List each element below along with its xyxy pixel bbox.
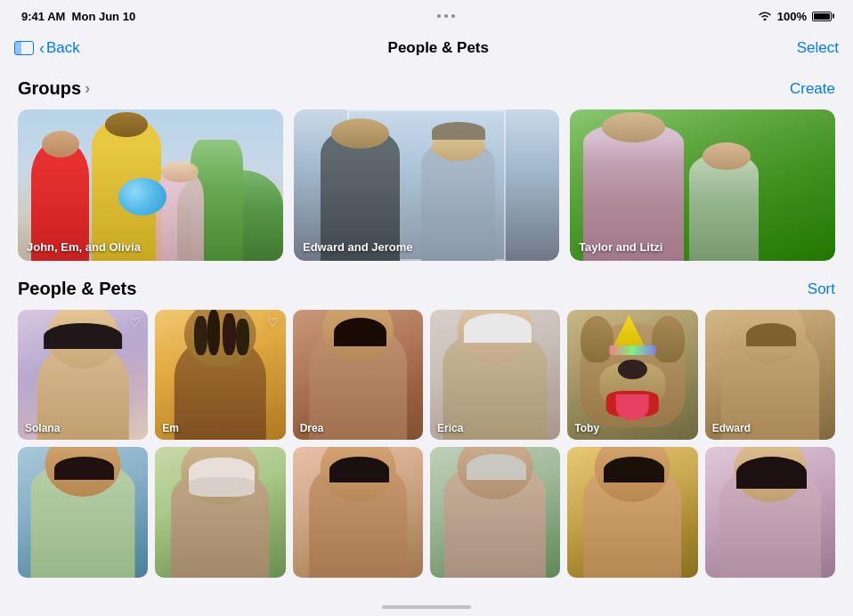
sidebar-toggle-icon[interactable] [14, 41, 34, 55]
groups-row: John, Em, and Olivia [18, 109, 835, 261]
group-label-2: Edward and Jerome [303, 240, 413, 254]
nav-left: ‹ Back [14, 39, 80, 57]
group-card-3[interactable]: Taylor and Litzi [570, 109, 835, 261]
person-card-8[interactable] [155, 447, 285, 577]
heart-icon-em: ♡ [267, 315, 279, 329]
back-button[interactable]: ‹ Back [39, 39, 80, 57]
person-label-solana: Solana [25, 422, 60, 434]
page-title: People & Pets [388, 39, 489, 57]
heart-icon-solana: ♡ [129, 315, 141, 329]
person-card-erica[interactable]: Erica [430, 310, 560, 440]
sort-button[interactable]: Sort [808, 280, 835, 298]
battery-percentage: 100% [777, 10, 807, 23]
person-label-drea: Drea [300, 422, 324, 434]
group-card-2[interactable]: Edward and Jerome [294, 109, 559, 261]
person-card-10[interactable] [430, 447, 560, 577]
person-label-erica: Erica [437, 422, 463, 434]
hair-strand-2 [207, 310, 221, 355]
select-button[interactable]: Select [797, 39, 839, 57]
status-right: 100% [758, 10, 832, 23]
hair-strand-4 [236, 319, 249, 355]
status-bar: 9:41 AM Mon Jun 10 100% [0, 0, 853, 28]
person-label-toby: Toby [574, 422, 599, 434]
people-pets-section-header: People & Pets Sort [18, 279, 835, 299]
device-frame: 9:41 AM Mon Jun 10 100% [0, 0, 853, 616]
group-label-3: Taylor and Litzi [579, 240, 662, 254]
person-label-edward: Edward [712, 422, 751, 434]
nav-bar: ‹ Back People & Pets Select [0, 28, 853, 71]
battery-icon [812, 12, 832, 21]
back-chevron-icon: ‹ [39, 40, 45, 56]
scroll-indicator [382, 605, 471, 609]
hair-strand-3 [223, 313, 236, 355]
status-time: 9:41 AM Mon Jun 10 [21, 10, 135, 23]
groups-chevron-icon: › [85, 79, 90, 98]
person-card-em[interactable]: ♡ Em [155, 310, 285, 440]
hair-strand-1 [194, 316, 207, 355]
person-card-11[interactable] [567, 447, 697, 577]
group-label-1: John, Em, and Olivia [27, 240, 141, 254]
people-grid: ♡ Solana ♡ Em Dr [18, 310, 835, 578]
wifi-icon [758, 10, 772, 23]
groups-title[interactable]: Groups › [18, 78, 90, 99]
person-card-edward[interactable]: Edward [705, 310, 835, 440]
people-pets-title: People & Pets [18, 279, 136, 299]
content-area: Groups › Create [0, 71, 853, 614]
create-button[interactable]: Create [790, 80, 835, 98]
groups-section-header: Groups › Create [18, 78, 835, 99]
group-card-1[interactable]: John, Em, and Olivia [18, 109, 283, 261]
back-label: Back [46, 39, 80, 57]
status-center [437, 14, 455, 18]
person-card-9[interactable] [293, 447, 423, 577]
person-card-toby[interactable]: Toby [567, 310, 697, 440]
person-card-7[interactable] [18, 447, 148, 577]
person-card-solana[interactable]: ♡ Solana [18, 310, 148, 440]
person-card-drea[interactable]: Drea [293, 310, 423, 440]
person-label-em: Em [162, 422, 179, 434]
person-card-12[interactable] [705, 447, 835, 577]
